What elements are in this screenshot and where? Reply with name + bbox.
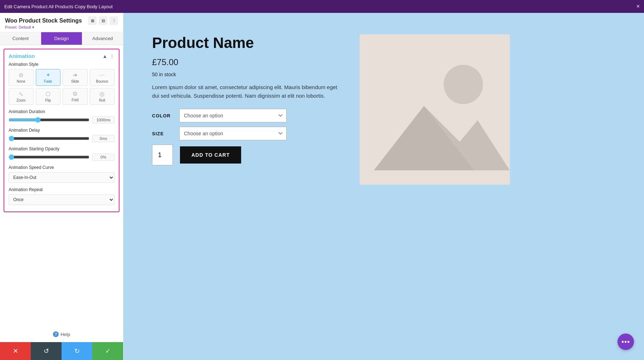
opacity-slider[interactable] [9, 154, 89, 160]
anim-flip-label: Flip [45, 98, 51, 102]
sidebar-widget-title: Woo Product Stock Settings [5, 18, 82, 24]
zoom-icon: ⤡ [19, 91, 23, 97]
add-to-cart-button[interactable]: ADD TO CART [180, 146, 241, 164]
preview-area: Product Name £75.00 50 in stock Lorem ip… [123, 13, 644, 360]
sidebar-title-row: Woo Product Stock Settings ⊞ ⊟ ⋮ [5, 16, 118, 25]
delay-label: Animation Delay [9, 128, 114, 133]
opacity-row: Animation Starting Opacity 0% [4, 145, 119, 164]
size-attribute-row: SIZE Choose an option [152, 127, 338, 140]
delete-button[interactable]: ✕ [0, 342, 31, 360]
fade-icon: ✦ [46, 72, 50, 78]
repeat-row: Animation Repeat Once Loop Never [4, 186, 119, 208]
none-icon: ⊘ [19, 72, 23, 78]
anim-none-label: None [17, 79, 25, 83]
action-bar: ✕ ↺ ↻ ✓ [0, 342, 123, 360]
product-description: Lorem ipsum dolor sit amet, consectetur … [152, 83, 338, 100]
grid-icon[interactable]: ⊞ [88, 16, 97, 25]
delay-slider-wrap: 0ms [9, 135, 114, 142]
color-select[interactable]: Choose an option [179, 109, 287, 122]
delay-value: 0ms [92, 135, 114, 142]
animation-section: Animation ▲ ⋮ Animation Style ⊘ None ✦ [4, 49, 119, 212]
quantity-input[interactable] [152, 145, 173, 165]
anim-fold[interactable]: ⧉ Fold [63, 88, 88, 105]
speed-select[interactable]: Ease-In-Out Ease-In Ease-Out Linear [9, 172, 114, 183]
sidebar-title-icons: ⊞ ⊟ ⋮ [88, 16, 118, 25]
main-layout: Woo Product Stock Settings ⊞ ⊟ ⋮ Preset:… [0, 13, 644, 360]
animation-style-label: Animation Style [4, 62, 119, 69]
anim-none[interactable]: ⊘ None [9, 69, 34, 86]
undo-button[interactable]: ↺ [31, 342, 62, 360]
close-button[interactable]: × [636, 4, 640, 9]
anim-roll[interactable]: ◎ Roll [90, 88, 115, 105]
preset-label[interactable]: Preset: Default ▾ [5, 25, 118, 30]
help-row[interactable]: ? Help [0, 326, 123, 342]
layout-icon[interactable]: ⊟ [99, 16, 107, 25]
section-controls: ▲ ⋮ [102, 53, 114, 59]
delay-slider[interactable] [9, 136, 89, 141]
sidebar-header: Woo Product Stock Settings ⊞ ⊟ ⋮ Preset:… [0, 13, 123, 32]
anim-bounce[interactable]: ⋯ Bounce [90, 69, 115, 86]
anim-zoom[interactable]: ⤡ Zoom [9, 88, 34, 105]
title-bar: Edit Camera Product All Products Copy Bo… [0, 0, 644, 13]
fold-icon: ⧉ [73, 91, 77, 97]
delay-row: Animation Delay 0ms [4, 126, 119, 145]
tab-advanced[interactable]: Advanced [82, 32, 123, 45]
anim-roll-label: Roll [99, 98, 105, 102]
speed-label: Animation Speed Curve [9, 165, 114, 170]
anim-slide-label: Slide [71, 79, 79, 83]
duration-row: Animation Duration 1000ms [4, 108, 119, 126]
floating-dots-icon: ••• [621, 338, 630, 346]
sidebar: Woo Product Stock Settings ⊞ ⊟ ⋮ Preset:… [0, 13, 123, 360]
opacity-slider-wrap: 0% [9, 154, 114, 161]
anim-bounce-label: Bounce [96, 79, 108, 83]
product-info: Product Name £75.00 50 in stock Lorem ip… [152, 34, 338, 165]
opacity-label: Animation Starting Opacity [9, 146, 114, 151]
svg-point-1 [444, 65, 483, 104]
save-button[interactable]: ✓ [92, 342, 123, 360]
anim-fold-label: Fold [72, 98, 78, 102]
size-label: SIZE [152, 131, 174, 136]
product-image [360, 34, 510, 185]
sidebar-tabs: Content Design Advanced [0, 32, 123, 45]
qty-add-row: ADD TO CART [152, 145, 338, 165]
collapse-icon[interactable]: ▲ [102, 53, 107, 59]
animation-style-grid: ⊘ None ✦ Fade ➜ Slide ⋯ Bounce [4, 69, 119, 108]
sidebar-content: Animation ▲ ⋮ Animation Style ⊘ None ✦ [0, 45, 123, 326]
title-bar-label: Edit Camera Product All Products Copy Bo… [4, 4, 113, 9]
slide-icon: ➜ [73, 72, 77, 78]
repeat-label: Animation Repeat [9, 187, 114, 192]
anim-flip[interactable]: ⬡ Flip [36, 88, 61, 105]
tab-design[interactable]: Design [41, 32, 82, 45]
tab-content[interactable]: Content [0, 32, 41, 45]
animation-section-title: Animation [9, 53, 35, 59]
redo-button[interactable]: ↻ [62, 342, 92, 360]
help-icon: ? [53, 331, 59, 337]
dots-icon[interactable]: ⋮ [109, 16, 118, 25]
duration-slider[interactable] [9, 117, 89, 123]
product-stock: 50 in stock [152, 72, 338, 77]
anim-fade-label: Fade [44, 79, 52, 83]
help-label: Help [60, 332, 70, 337]
animation-section-header: Animation ▲ ⋮ [4, 49, 119, 62]
color-attribute-row: COLOR Choose an option [152, 109, 338, 122]
floating-dots-button[interactable]: ••• [618, 334, 634, 350]
anim-zoom-label: Zoom [16, 98, 26, 102]
repeat-select[interactable]: Once Loop Never [9, 194, 114, 205]
duration-label: Animation Duration [9, 109, 114, 114]
opacity-value: 0% [92, 154, 114, 161]
bounce-icon: ⋯ [99, 72, 105, 78]
product-price: £75.00 [152, 57, 338, 67]
roll-icon: ◎ [99, 91, 104, 97]
anim-slide[interactable]: ➜ Slide [63, 69, 88, 86]
color-label: COLOR [152, 113, 174, 118]
product-name: Product Name [152, 34, 338, 52]
duration-slider-wrap: 1000ms [9, 116, 114, 123]
size-select[interactable]: Choose an option [179, 127, 287, 140]
duration-value: 1000ms [92, 116, 114, 123]
flip-icon: ⬡ [45, 91, 50, 97]
section-menu-icon[interactable]: ⋮ [109, 53, 114, 59]
speed-row: Animation Speed Curve Ease-In-Out Ease-I… [4, 164, 119, 186]
anim-fade[interactable]: ✦ Fade [36, 69, 61, 86]
